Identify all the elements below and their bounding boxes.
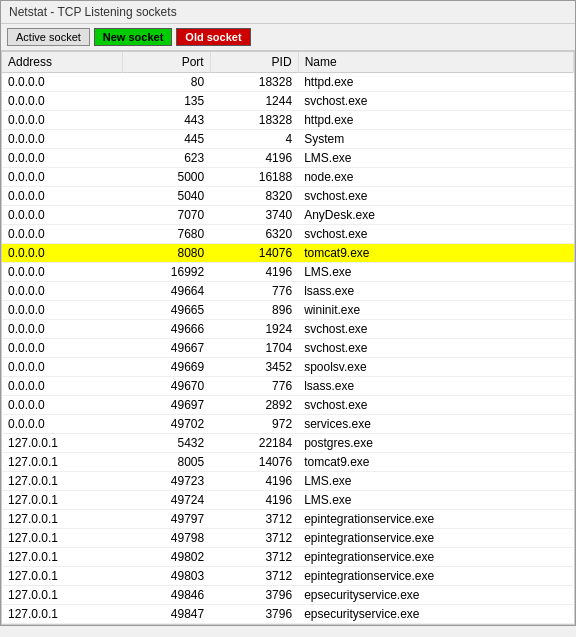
cell-address: 0.0.0.0 (2, 225, 122, 244)
cell-port: 49667 (122, 339, 210, 358)
cell-name: epintegrationservice.exe (298, 529, 573, 548)
cell-address: 127.0.0.1 (2, 510, 122, 529)
cell-name: epintegrationservice.exe (298, 567, 573, 586)
cell-port: 49802 (122, 548, 210, 567)
table-row[interactable]: 127.0.0.1498473796epsecurityservice.exe (2, 605, 574, 624)
cell-pid: 4196 (210, 149, 298, 168)
cell-pid: 1704 (210, 339, 298, 358)
cell-pid: 3712 (210, 567, 298, 586)
cell-address: 0.0.0.0 (2, 244, 122, 263)
cell-name: epintegrationservice.exe (298, 510, 573, 529)
table-row[interactable]: 0.0.0.08018328httpd.exe (2, 73, 574, 92)
cell-port: 49798 (122, 529, 210, 548)
table-header-row: Address Port PID Name (2, 52, 574, 73)
cell-pid: 3740 (210, 206, 298, 225)
table-row[interactable]: 0.0.0.06234196LMS.exe (2, 149, 574, 168)
cell-port: 5040 (122, 187, 210, 206)
cell-pid: 14076 (210, 453, 298, 472)
cell-pid: 16188 (210, 168, 298, 187)
table-row[interactable]: 0.0.0.0808014076tomcat9.exe (2, 244, 574, 263)
cell-pid: 4196 (210, 472, 298, 491)
table-row[interactable]: 0.0.0.070703740AnyDesk.exe (2, 206, 574, 225)
cell-port: 80 (122, 73, 210, 92)
table-row[interactable]: 127.0.0.1800514076tomcat9.exe (2, 453, 574, 472)
table-row[interactable]: 0.0.0.01351244svchost.exe (2, 92, 574, 111)
table-row[interactable]: 0.0.0.049664776lsass.exe (2, 282, 574, 301)
cell-address: 127.0.0.1 (2, 472, 122, 491)
table-row[interactable]: 0.0.0.050408320svchost.exe (2, 187, 574, 206)
sockets-table: Address Port PID Name 0.0.0.08018328http… (2, 52, 574, 624)
cell-pid: 4 (210, 130, 298, 149)
cell-address: 127.0.0.1 (2, 434, 122, 453)
table-row[interactable]: 127.0.0.1497234196LMS.exe (2, 472, 574, 491)
title-bar: Netstat - TCP Listening sockets (1, 1, 575, 24)
cell-name: AnyDesk.exe (298, 206, 573, 225)
table-row[interactable]: 0.0.0.0496661924svchost.exe (2, 320, 574, 339)
cell-address: 0.0.0.0 (2, 73, 122, 92)
table-row[interactable]: 0.0.0.076806320svchost.exe (2, 225, 574, 244)
cell-name: lsass.exe (298, 377, 573, 396)
cell-port: 7070 (122, 206, 210, 225)
cell-address: 0.0.0.0 (2, 301, 122, 320)
cell-pid: 22184 (210, 434, 298, 453)
cell-port: 7680 (122, 225, 210, 244)
cell-name: wininit.exe (298, 301, 573, 320)
table-row[interactable]: 127.0.0.1497983712epintegrationservice.e… (2, 529, 574, 548)
table-body: 0.0.0.08018328httpd.exe0.0.0.01351244svc… (2, 73, 574, 624)
cell-pid: 972 (210, 415, 298, 434)
cell-name: services.exe (298, 415, 573, 434)
cell-name: LMS.exe (298, 263, 573, 282)
cell-address: 127.0.0.1 (2, 586, 122, 605)
cell-address: 127.0.0.1 (2, 453, 122, 472)
cell-address: 0.0.0.0 (2, 168, 122, 187)
cell-name: postgres.exe (298, 434, 573, 453)
cell-address: 0.0.0.0 (2, 358, 122, 377)
table-row[interactable]: 127.0.0.1498463796epsecurityservice.exe (2, 586, 574, 605)
table-row[interactable]: 0.0.0.0169924196LMS.exe (2, 263, 574, 282)
table-row[interactable]: 0.0.0.044318328httpd.exe (2, 111, 574, 130)
table-row[interactable]: 127.0.0.1497973712epintegrationservice.e… (2, 510, 574, 529)
cell-pid: 3452 (210, 358, 298, 377)
table-row[interactable]: 0.0.0.0500016188node.exe (2, 168, 574, 187)
cell-port: 623 (122, 149, 210, 168)
cell-pid: 8320 (210, 187, 298, 206)
cell-pid: 4196 (210, 263, 298, 282)
cell-port: 445 (122, 130, 210, 149)
cell-port: 49724 (122, 491, 210, 510)
cell-name: node.exe (298, 168, 573, 187)
cell-pid: 1924 (210, 320, 298, 339)
table-row[interactable]: 127.0.0.1498023712epintegrationservice.e… (2, 548, 574, 567)
table-row[interactable]: 127.0.0.1498033712epintegrationservice.e… (2, 567, 574, 586)
table-row[interactable]: 0.0.0.04454System (2, 130, 574, 149)
table-row[interactable]: 0.0.0.0496693452spoolsv.exe (2, 358, 574, 377)
cell-name: httpd.exe (298, 111, 573, 130)
cell-port: 49846 (122, 586, 210, 605)
cell-name: svchost.exe (298, 225, 573, 244)
cell-address: 0.0.0.0 (2, 111, 122, 130)
table-row[interactable]: 127.0.0.1543222184postgres.exe (2, 434, 574, 453)
old-socket-button[interactable]: Old socket (176, 28, 250, 46)
cell-name: httpd.exe (298, 73, 573, 92)
cell-pid: 896 (210, 301, 298, 320)
cell-address: 0.0.0.0 (2, 130, 122, 149)
cell-name: svchost.exe (298, 92, 573, 111)
table-row[interactable]: 0.0.0.0496671704svchost.exe (2, 339, 574, 358)
cell-pid: 6320 (210, 225, 298, 244)
cell-port: 135 (122, 92, 210, 111)
toolbar: Active socket New socket Old socket (1, 24, 575, 51)
cell-pid: 3796 (210, 586, 298, 605)
cell-port: 8080 (122, 244, 210, 263)
table-row[interactable]: 0.0.0.049670776lsass.exe (2, 377, 574, 396)
cell-port: 5432 (122, 434, 210, 453)
table-row[interactable]: 127.0.0.1497244196LMS.exe (2, 491, 574, 510)
table-row[interactable]: 0.0.0.0496972892svchost.exe (2, 396, 574, 415)
cell-pid: 3796 (210, 605, 298, 624)
cell-pid: 3712 (210, 529, 298, 548)
table-row[interactable]: 0.0.0.049702972services.exe (2, 415, 574, 434)
cell-port: 49670 (122, 377, 210, 396)
active-socket-button[interactable]: Active socket (7, 28, 90, 46)
cell-address: 127.0.0.1 (2, 548, 122, 567)
table-row[interactable]: 0.0.0.049665896wininit.exe (2, 301, 574, 320)
cell-name: tomcat9.exe (298, 244, 573, 263)
new-socket-button[interactable]: New socket (94, 28, 173, 46)
